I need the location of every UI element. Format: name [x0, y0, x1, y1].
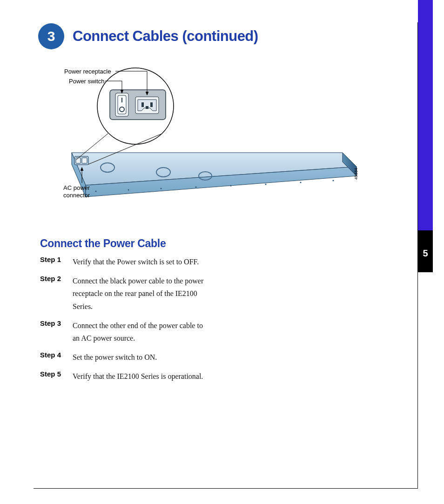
- step-text: Verify that the IE2100 Series is operati…: [73, 370, 208, 389]
- power-receptacle-icon: [135, 97, 159, 114]
- section-title: Connect Cables (continued): [73, 28, 258, 45]
- svg-rect-27: [141, 102, 144, 107]
- front-power-module: [74, 156, 88, 165]
- label-power-receptacle: Power receptacle: [64, 68, 111, 75]
- step-text: Connect the black power cable to the pow…: [73, 275, 208, 319]
- side-tab-page-number-text: 5: [418, 230, 433, 259]
- step-number-badge: 3: [38, 23, 64, 49]
- svg-point-13: [265, 183, 266, 185]
- svg-point-14: [300, 181, 301, 183]
- step-row: Step 5 Verify that the IE2100 Series is …: [40, 370, 208, 389]
- step-text: Verify that the Power switch is set to O…: [73, 255, 208, 275]
- svg-point-9: [128, 189, 129, 190]
- section-header: 3 Connect Cables (continued): [38, 23, 258, 49]
- step-label: Step 5: [40, 370, 73, 389]
- label-power-switch: Power switch: [69, 78, 105, 85]
- step-row: Step 4 Set the power switch to ON.: [40, 351, 208, 370]
- device-diagram-svg: 49334: [63, 64, 361, 204]
- page-right-rule: [417, 22, 418, 489]
- step-label: Step 1: [40, 255, 73, 275]
- step-row: Step 2 Connect the black power cable to …: [40, 275, 208, 319]
- step-label: Step 4: [40, 351, 73, 370]
- document-page: 5 3 Connect Cables (continued): [0, 0, 444, 504]
- page-bottom-rule: [34, 488, 418, 489]
- svg-rect-18: [82, 158, 87, 163]
- step-row: Step 3 Connect the other end of the powe…: [40, 319, 208, 351]
- subsection-heading: Connect the Power Cable: [40, 237, 208, 250]
- svg-point-8: [95, 190, 96, 192]
- step-label: Step 3: [40, 319, 73, 351]
- side-tab-blue: [418, 0, 433, 230]
- device-diagram: 49334 Power receptacle Power switch AC p…: [63, 64, 361, 204]
- side-tab-page-number: 5: [418, 230, 433, 272]
- figure-number: 49334: [354, 168, 358, 180]
- svg-point-15: [332, 180, 334, 181]
- svg-point-12: [230, 185, 231, 186]
- magnified-power-panel: [110, 90, 166, 120]
- svg-rect-17: [76, 158, 81, 163]
- step-text: Connect the other end of the power cable…: [73, 319, 208, 351]
- svg-rect-29: [146, 106, 148, 109]
- svg-point-11: [195, 186, 196, 188]
- steps-table: Step 1 Verify that the Power switch is s…: [40, 255, 208, 390]
- svg-point-10: [160, 188, 161, 189]
- step-label: Step 2: [40, 275, 73, 319]
- step-row: Step 1 Verify that the Power switch is s…: [40, 255, 208, 275]
- power-switch-icon: [115, 93, 128, 116]
- step-number-badge-text: 3: [47, 28, 55, 44]
- instructions-block: Connect the Power Cable Step 1 Verify th…: [40, 237, 208, 390]
- svg-rect-28: [150, 102, 153, 107]
- label-ac-power-connector: AC power connector: [63, 184, 90, 200]
- step-text: Set the power switch to ON.: [73, 351, 208, 370]
